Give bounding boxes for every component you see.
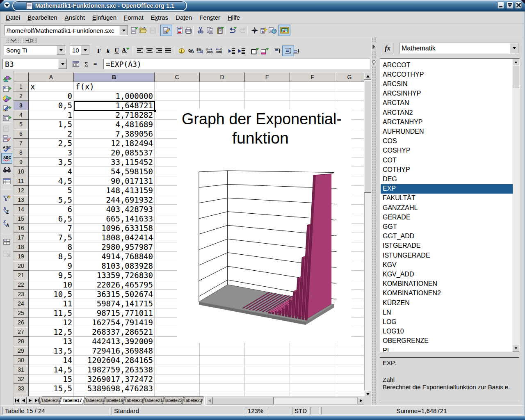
row-header-34[interactable]: 34 (14, 393, 29, 396)
cell-A22[interactable]: 10 (29, 280, 74, 290)
cell-A15[interactable]: 6,5 (29, 214, 74, 224)
number-standard-button[interactable]: $% (196, 47, 204, 55)
cell-B12[interactable]: 148,413159 (74, 186, 155, 195)
column-header-f[interactable]: F (290, 73, 335, 82)
cell-E29[interactable] (245, 346, 290, 356)
insert-cells-button[interactable] (2, 84, 12, 93)
horizontal-scrollbar-thumb[interactable] (213, 397, 274, 404)
row-header-25[interactable]: 25 (14, 308, 29, 318)
scroll-up-button[interactable] (364, 73, 371, 80)
cell-A9[interactable]: 3,5 (29, 158, 74, 167)
cell-D33[interactable] (200, 384, 245, 393)
cell-G30[interactable] (335, 356, 364, 365)
bold-button[interactable]: F (95, 47, 103, 55)
row-header-15[interactable]: 15 (14, 214, 29, 224)
hide-panel-button[interactable] (372, 42, 376, 51)
cell-B22[interactable]: 22026,465795 (74, 280, 155, 290)
italic-button[interactable]: k (104, 47, 112, 55)
hyperlink-button[interactable] (268, 26, 277, 34)
row-header-14[interactable]: 14 (14, 205, 29, 214)
close-button[interactable] (515, 2, 522, 9)
open-folder-button[interactable] (139, 26, 148, 34)
cell-C31[interactable] (155, 365, 200, 374)
cell-B10[interactable]: 54,598150 (74, 167, 155, 176)
cell-A11[interactable]: 4,5 (29, 176, 74, 186)
font-size-combo[interactable]: 10 (70, 45, 90, 55)
cell-A12[interactable]: 5 (29, 186, 74, 195)
group-button[interactable] (2, 237, 12, 246)
edit-file-button[interactable] (160, 25, 172, 36)
cell-F2[interactable] (290, 91, 335, 101)
status-selection-mode[interactable]: STD (292, 407, 309, 415)
cell-A33[interactable]: 15,5 (29, 384, 74, 393)
function-list-scrollbar[interactable] (512, 59, 519, 352)
cell-fill-handle[interactable] (154, 110, 156, 112)
cell-C2[interactable] (155, 91, 200, 101)
export-pdf-button[interactable] (175, 26, 184, 34)
function-item-fakultät[interactable]: FAKULTÄT (381, 194, 513, 203)
cell-D34[interactable] (200, 393, 245, 396)
cell-B16[interactable]: 1096,633158 (74, 224, 155, 233)
function-item-deg[interactable]: DEG (381, 174, 513, 184)
maximize-button[interactable] (507, 2, 513, 9)
row-header-19[interactable]: 19 (14, 252, 29, 261)
cell-G1[interactable] (335, 82, 364, 91)
cell-C29[interactable] (155, 346, 200, 356)
function-item-arcsin[interactable]: ARCSIN (381, 79, 513, 89)
row-header-27[interactable]: 27 (14, 327, 29, 337)
cell-G31[interactable] (335, 365, 364, 374)
gallery-button[interactable] (278, 25, 290, 36)
copy-button[interactable] (206, 26, 215, 34)
cell-C34[interactable] (155, 393, 200, 396)
function-item-cos[interactable]: COS (381, 137, 513, 146)
function-item-arctan2[interactable]: ARCTAN2 (381, 108, 513, 117)
cell-cursor[interactable] (74, 101, 155, 111)
cell-A24[interactable]: 11 (29, 299, 74, 308)
function-item-log10[interactable]: LOG10 (381, 327, 513, 336)
cell-F31[interactable] (290, 365, 335, 374)
stylist-button[interactable] (259, 26, 268, 34)
row-header-16[interactable]: 16 (14, 224, 29, 233)
cell-C33[interactable] (155, 384, 200, 393)
cell-G29[interactable] (335, 346, 364, 356)
scroll-up-button[interactable] (512, 59, 519, 65)
cell-B7[interactable]: 12,182494 (74, 139, 155, 148)
add-decimal-button[interactable]: .0000 (205, 47, 214, 55)
cell-A19[interactable]: 8,5 (29, 252, 74, 261)
cell-B24[interactable]: 59874,141715 (74, 299, 155, 308)
font-color-button[interactable]: A (121, 47, 130, 55)
menu-fenster[interactable]: Fenster (196, 11, 224, 23)
function-item-arctan[interactable]: ARCTAN (381, 98, 513, 108)
function-item-arccothyp[interactable]: ARCCOTHYP (381, 70, 513, 79)
row-header-28[interactable]: 28 (14, 337, 29, 346)
cell-E33[interactable] (245, 384, 290, 393)
cell-A25[interactable]: 11,5 (29, 308, 74, 318)
cell-A2[interactable]: 0 (29, 91, 74, 101)
cell-B4[interactable]: 2,718282 (74, 110, 155, 120)
cell-F1[interactable] (290, 82, 335, 91)
function-autopilot-button[interactable] (71, 60, 80, 68)
function-item-exp[interactable]: EXP (381, 184, 513, 194)
align-justify-button[interactable] (164, 47, 172, 55)
select-all-corner[interactable] (14, 73, 29, 82)
function-item-ggt[interactable]: GGT (381, 222, 513, 231)
row-header-3[interactable]: 3 (14, 101, 29, 110)
cell-D1[interactable] (200, 82, 245, 91)
cell-B27[interactable]: 268337,286521 (74, 327, 155, 337)
function-item-istgerade[interactable]: ISTGERADE (381, 241, 513, 251)
cell-F32[interactable] (290, 374, 335, 384)
cell-F33[interactable] (290, 384, 335, 393)
menu-ansicht[interactable]: Ansicht (61, 11, 89, 23)
name-box-dropdown-button[interactable] (58, 59, 67, 69)
function-item-gerade[interactable]: GERADE (381, 212, 513, 222)
row-header-4[interactable]: 4 (14, 110, 29, 120)
row-header-33[interactable]: 33 (14, 384, 29, 393)
insert-object-button[interactable] (2, 94, 12, 103)
cell-reference-box[interactable]: B3 (2, 59, 67, 69)
delete-decimal-button[interactable]: .0000 (215, 47, 223, 55)
cell-B33[interactable]: 5389698,476283 (74, 384, 155, 393)
cell-C30[interactable] (155, 356, 200, 365)
row-header-7[interactable]: 7 (14, 139, 29, 148)
cell-E30[interactable] (245, 356, 290, 365)
cell-B8[interactable]: 20,085537 (74, 148, 155, 158)
